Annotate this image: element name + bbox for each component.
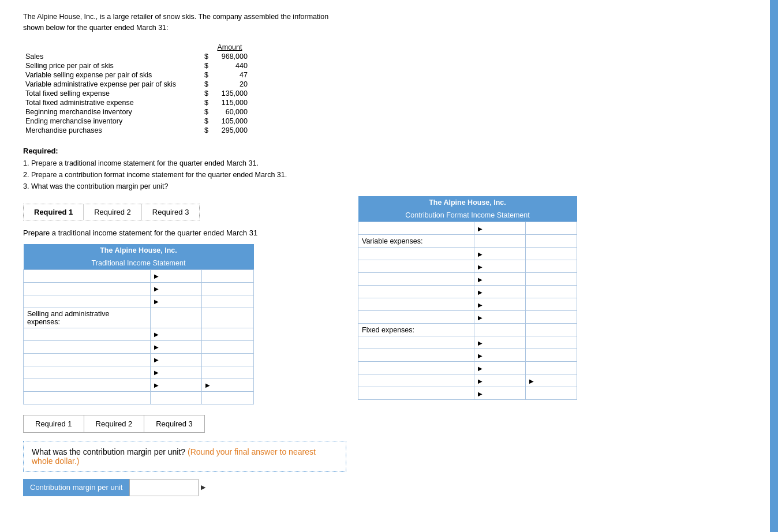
stmt-total bbox=[525, 222, 577, 235]
arrow: ▶ bbox=[478, 264, 482, 270]
arrow: ▶ bbox=[154, 357, 159, 363]
stmt-label bbox=[358, 336, 474, 349]
stmt-num: ▶ bbox=[474, 387, 525, 400]
required-item: 2. Prepare a contribution format income … bbox=[23, 169, 346, 181]
row-amount: 115,000 bbox=[210, 98, 250, 107]
row-dollar: $ bbox=[202, 70, 210, 80]
row-label: Beginning merchandise inventory bbox=[23, 107, 202, 117]
contribution-input[interactable] bbox=[129, 479, 199, 496]
stmt-row: ▶ bbox=[358, 273, 577, 286]
stmt-num bbox=[474, 235, 525, 248]
side-bar bbox=[770, 0, 778, 532]
tab-top-1[interactable]: Required 2 bbox=[84, 204, 142, 220]
row-amount: 20 bbox=[210, 80, 250, 89]
data-row: Total fixed selling expense $ 135,000 bbox=[23, 89, 250, 98]
statement-row: ▶ bbox=[24, 269, 254, 282]
stmt-label bbox=[358, 248, 474, 260]
stmt-label bbox=[24, 340, 151, 353]
tab-top-0[interactable]: Required 1 bbox=[24, 204, 84, 220]
row-label: Variable selling expense per pair of ski… bbox=[23, 70, 202, 80]
row-label: Sales bbox=[23, 52, 202, 61]
variable-label: Variable expenses: bbox=[358, 235, 474, 248]
arrow-indicator: ▶ bbox=[201, 484, 205, 491]
row-dollar: $ bbox=[202, 52, 210, 61]
left-panel: The Alpine House, Inc., is a large retai… bbox=[23, 12, 346, 496]
arrow: ▶ bbox=[154, 382, 159, 388]
statement-row: ▶ ▶ bbox=[24, 379, 254, 391]
right-company-name: The Alpine House, Inc. bbox=[358, 196, 577, 209]
stmt-total bbox=[202, 353, 254, 366]
required-item: 1. Prepare a traditional income statemen… bbox=[23, 158, 346, 169]
left-company-name: The Alpine House, Inc. bbox=[24, 244, 254, 257]
tab-bottom-1[interactable]: Required 2 bbox=[84, 415, 145, 432]
data-row: Beginning merchandise inventory $ 60,000 bbox=[23, 107, 250, 117]
arrow: ▶ bbox=[478, 378, 482, 384]
stmt-total bbox=[202, 391, 254, 404]
right-statement-title: Contribution Format Income Statement bbox=[358, 209, 577, 222]
stmt-num: ▶ bbox=[150, 328, 202, 340]
contribution-question-box: What was the contribution margin per uni… bbox=[23, 441, 346, 472]
stmt-row: ▶ bbox=[358, 336, 577, 349]
data-row: Sales $ 968,000 bbox=[23, 52, 250, 61]
stmt-row: ▶ bbox=[358, 222, 577, 235]
stmt-num: ▶ bbox=[474, 311, 525, 324]
stmt-num: ▶ bbox=[474, 222, 525, 235]
row-amount: 440 bbox=[210, 61, 250, 70]
row-amount: 968,000 bbox=[210, 52, 250, 61]
fixed-expenses-row: Fixed expenses: bbox=[358, 324, 577, 336]
stmt-total bbox=[525, 387, 577, 400]
stmt-row: ▶ bbox=[358, 248, 577, 260]
stmt-total bbox=[525, 336, 577, 349]
stmt-row: ▶ bbox=[358, 362, 577, 374]
arrow: ▶ bbox=[478, 289, 482, 295]
statement-row: ▶ bbox=[24, 328, 254, 340]
row-label: Merchandise purchases bbox=[23, 126, 202, 135]
stmt-num: ▶ bbox=[474, 248, 525, 260]
stmt-num: ▶ bbox=[474, 336, 525, 349]
stmt-label bbox=[358, 286, 474, 298]
tab-top-2[interactable]: Required 3 bbox=[142, 204, 200, 220]
stmt-total bbox=[525, 273, 577, 286]
contribution-income-statement: The Alpine House, Inc. Contribution Form… bbox=[358, 196, 577, 400]
contribution-question-text: What was the contribution margin per uni… bbox=[32, 447, 185, 456]
stmt-total: ▶ bbox=[525, 374, 577, 387]
required-item: 3. What was the contribution margin per … bbox=[23, 181, 346, 192]
stmt-num: ▶ bbox=[474, 260, 525, 273]
row-dollar: $ bbox=[202, 89, 210, 98]
variable-expenses-row: Variable expenses: bbox=[358, 235, 577, 248]
stmt-label bbox=[358, 273, 474, 286]
statement-row: ▶ bbox=[24, 366, 254, 379]
instruction-text: Prepare a traditional income statement f… bbox=[23, 228, 346, 237]
stmt-label bbox=[24, 269, 151, 282]
statement-row: ▶ bbox=[24, 295, 254, 308]
stmt-row: ▶ bbox=[358, 387, 577, 400]
stmt-row: ▶ bbox=[358, 286, 577, 298]
tab-bottom-0[interactable]: Required 1 bbox=[24, 415, 84, 432]
arrow: ▶ bbox=[478, 276, 482, 283]
arrow: ▶ bbox=[154, 286, 159, 292]
stmt-label bbox=[24, 391, 151, 404]
arrow: ▶ bbox=[154, 344, 159, 350]
row-amount: 60,000 bbox=[210, 107, 250, 117]
required-list: 1. Prepare a traditional income statemen… bbox=[23, 158, 346, 192]
traditional-income-statement: The Alpine House, Inc. Traditional Incom… bbox=[23, 244, 254, 404]
row-amount: 295,000 bbox=[210, 126, 250, 135]
arrow: ▶ bbox=[154, 273, 159, 279]
stmt-num: ▶ bbox=[150, 282, 202, 295]
stmt-label bbox=[358, 374, 474, 387]
left-statement-title: Traditional Income Statement bbox=[24, 257, 254, 270]
stmt-total: ▶ bbox=[202, 379, 254, 391]
stmt-label bbox=[358, 222, 474, 235]
stmt-num: ▶ bbox=[150, 366, 202, 379]
row-label: Total fixed administrative expense bbox=[23, 98, 202, 107]
stmt-label bbox=[24, 379, 151, 391]
arrow: ▶ bbox=[205, 382, 210, 388]
stmt-total bbox=[525, 311, 577, 324]
stmt-label bbox=[358, 387, 474, 400]
stmt-num bbox=[150, 308, 202, 328]
data-row: Selling price per pair of skis $ 440 bbox=[23, 61, 250, 70]
stmt-total bbox=[525, 324, 577, 336]
tab-bottom-2[interactable]: Required 3 bbox=[144, 415, 204, 432]
arrow: ▶ bbox=[478, 365, 482, 372]
row-dollar: $ bbox=[202, 61, 210, 70]
